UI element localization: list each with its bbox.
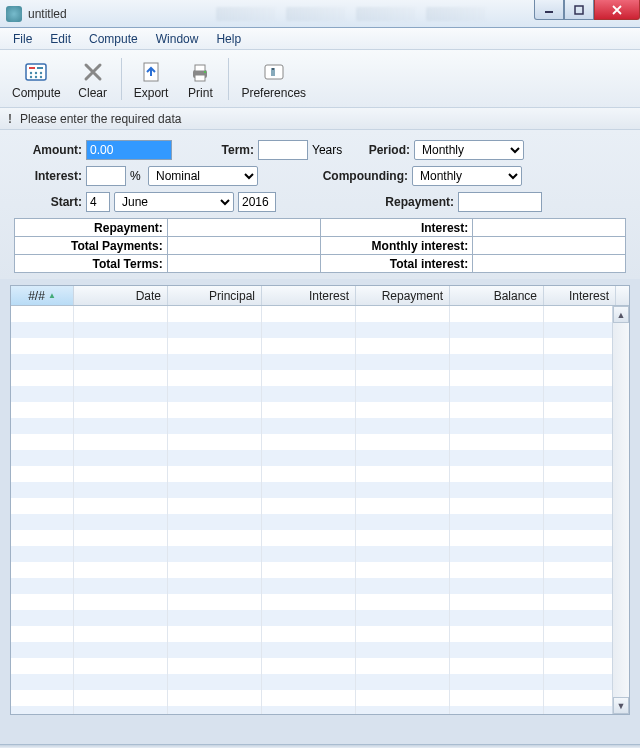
table-row[interactable]: [11, 354, 629, 370]
summary-interest-label: Interest:: [320, 219, 473, 237]
svg-rect-3: [29, 67, 35, 69]
table-row[interactable]: [11, 482, 629, 498]
table-row[interactable]: [11, 450, 629, 466]
col-interest2[interactable]: Interest: [544, 286, 616, 305]
table-row[interactable]: [11, 322, 629, 338]
svg-rect-0: [545, 11, 553, 13]
table-row[interactable]: [11, 658, 629, 674]
print-icon: [187, 59, 213, 85]
maximize-button[interactable]: [564, 0, 594, 20]
table-row[interactable]: [11, 642, 629, 658]
start-label: Start:: [14, 195, 82, 209]
svg-point-8: [30, 76, 32, 78]
compute-label: Compute: [12, 86, 61, 100]
menu-compute[interactable]: Compute: [80, 30, 147, 48]
export-label: Export: [134, 86, 169, 100]
col-index[interactable]: #/#▲: [11, 286, 74, 305]
table-row[interactable]: [11, 674, 629, 690]
table-row[interactable]: [11, 338, 629, 354]
vertical-scrollbar[interactable]: ▲ ▼: [612, 306, 629, 714]
close-button[interactable]: [594, 0, 640, 20]
col-principal[interactable]: Principal: [168, 286, 262, 305]
summary-total-terms-label: Total Terms:: [15, 255, 168, 273]
table-row[interactable]: [11, 306, 629, 322]
maximize-icon: [574, 5, 584, 15]
summary-total-interest-value: [473, 255, 626, 273]
table-row[interactable]: [11, 594, 629, 610]
window-title: untitled: [28, 7, 67, 21]
table-row[interactable]: [11, 626, 629, 642]
preferences-label: Preferences: [241, 86, 306, 100]
menu-file[interactable]: File: [4, 30, 41, 48]
grid-header: #/#▲ Date Principal Interest Repayment B…: [11, 286, 629, 306]
menu-help[interactable]: Help: [207, 30, 250, 48]
toolbar-separator: [228, 58, 229, 100]
repayment-input-label: Repayment:: [276, 195, 454, 209]
summary-monthly-interest-value: [473, 237, 626, 255]
clear-button[interactable]: Clear: [69, 55, 117, 102]
table-row[interactable]: [11, 546, 629, 562]
table-row[interactable]: [11, 610, 629, 626]
svg-rect-14: [195, 75, 205, 81]
term-label: Term:: [172, 143, 254, 157]
grid-body[interactable]: [11, 306, 629, 714]
col-repayment[interactable]: Repayment: [356, 286, 450, 305]
term-input[interactable]: [258, 140, 308, 160]
table-row[interactable]: [11, 706, 629, 714]
window-controls: [534, 0, 640, 20]
table-row[interactable]: [11, 562, 629, 578]
table-row[interactable]: [11, 466, 629, 482]
input-form: Amount: Term: Years Period: Monthly Inte…: [0, 130, 640, 279]
compounding-select[interactable]: Monthly: [412, 166, 522, 186]
table-row[interactable]: [11, 434, 629, 450]
table-row[interactable]: [11, 514, 629, 530]
toolbar: Compute Clear Export Print Preferences: [0, 50, 640, 108]
col-balance[interactable]: Balance: [450, 286, 544, 305]
start-day-input[interactable]: [86, 192, 110, 212]
start-year-input[interactable]: [238, 192, 276, 212]
table-row[interactable]: [11, 370, 629, 386]
print-button[interactable]: Print: [176, 55, 224, 102]
period-label: Period:: [352, 143, 410, 157]
summary-interest-value: [473, 219, 626, 237]
sort-asc-icon: ▲: [48, 291, 56, 300]
table-row[interactable]: [11, 530, 629, 546]
menu-edit[interactable]: Edit: [41, 30, 80, 48]
interest-type-select[interactable]: Nominal: [148, 166, 258, 186]
table-row[interactable]: [11, 690, 629, 706]
summary-monthly-interest-label: Monthly interest:: [320, 237, 473, 255]
export-button[interactable]: Export: [126, 55, 177, 102]
table-row[interactable]: [11, 402, 629, 418]
interest-input[interactable]: [86, 166, 126, 186]
title-bar: untitled: [0, 0, 640, 28]
table-row[interactable]: [11, 386, 629, 402]
term-unit: Years: [312, 143, 352, 157]
compute-button[interactable]: Compute: [4, 55, 69, 102]
svg-point-6: [35, 72, 37, 74]
message-text: Please enter the required data: [20, 112, 181, 126]
preferences-button[interactable]: Preferences: [233, 55, 314, 102]
summary-total-payments-value: [167, 237, 320, 255]
export-icon: [138, 59, 164, 85]
start-month-select[interactable]: June: [114, 192, 234, 212]
col-interest[interactable]: Interest: [262, 286, 356, 305]
table-row[interactable]: [11, 578, 629, 594]
amount-input[interactable]: [86, 140, 172, 160]
summary-table: Repayment: Interest: Total Payments: Mon…: [14, 218, 626, 273]
compounding-label: Compounding:: [258, 169, 408, 183]
repayment-input[interactable]: [458, 192, 542, 212]
svg-point-10: [40, 76, 42, 78]
col-date[interactable]: Date: [74, 286, 168, 305]
table-row[interactable]: [11, 498, 629, 514]
scroll-up-icon[interactable]: ▲: [613, 306, 629, 323]
period-select[interactable]: Monthly: [414, 140, 524, 160]
svg-point-15: [204, 71, 206, 73]
menu-window[interactable]: Window: [147, 30, 208, 48]
minimize-icon: [544, 5, 554, 15]
minimize-button[interactable]: [534, 0, 564, 20]
footer-separator: [0, 744, 640, 748]
table-row[interactable]: [11, 418, 629, 434]
scroll-down-icon[interactable]: ▼: [613, 697, 629, 714]
warning-icon: !: [8, 112, 12, 126]
clear-label: Clear: [78, 86, 107, 100]
